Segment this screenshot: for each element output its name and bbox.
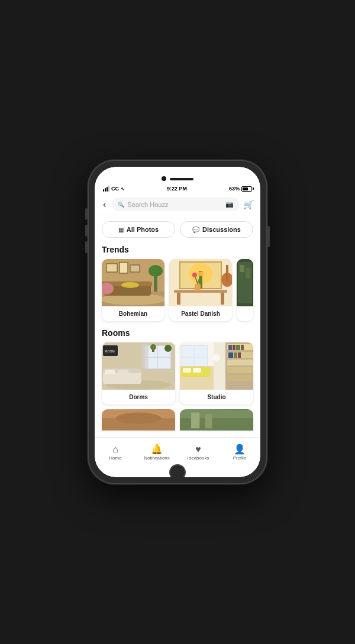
svg-rect-73 [180,418,253,430]
bohemian-label: Bohemian [102,306,164,321]
wifi-icon: ∿ [121,186,125,192]
tab-row: ▦ All Photos 💬 Discussions [95,215,260,242]
svg-rect-21 [195,284,201,291]
status-bar: CC ∿ 9:22 PM 63% [95,183,260,194]
volume-buttons [85,208,88,253]
ideabooks-label: Ideabooks [188,455,209,461]
cart-icon[interactable]: 🛒 [243,199,254,210]
bottom-nav: ⌂ Home 🔔 Notifications ♥ Ideabooks 👤 Pro… [95,437,260,468]
svg-rect-39 [118,370,128,374]
signal-icon [103,186,109,192]
svg-rect-57 [227,360,253,365]
studio-card[interactable]: Studio [180,342,253,404]
battery-percent: 63% [229,186,240,192]
search-icon: 🔍 [118,202,124,208]
rooms-cards: ROOM Dorms [102,342,253,404]
discussions-label: Discussions [202,226,241,233]
camera-dot [162,176,166,181]
svg-point-10 [149,265,163,277]
time-label: 9:22 PM [167,186,187,192]
svg-rect-52 [183,368,191,373]
battery-icon [241,186,252,192]
notch [95,167,260,183]
studio-label: Studio [180,390,253,404]
svg-rect-64 [228,352,233,358]
camera-icon[interactable]: 📷 [225,200,234,208]
svg-rect-29 [246,268,250,279]
svg-rect-6 [106,264,117,272]
svg-rect-63 [241,345,244,350]
main-content: ▦ All Photos 💬 Discussions Trends [95,215,260,437]
dorms-label: Dorms [102,390,175,404]
back-button[interactable]: ‹ [101,198,108,211]
svg-rect-17 [177,293,180,305]
svg-rect-53 [193,368,201,373]
svg-rect-38 [105,370,115,374]
svg-rect-16 [174,290,227,293]
svg-point-42 [164,345,172,352]
discussions-icon: 💬 [192,226,199,233]
pastel-danish-label: Pastel Danish [169,306,232,321]
all-photos-icon: ▦ [118,226,124,233]
ideabooks-icon: ♥ [195,445,201,454]
svg-rect-61 [233,345,235,350]
tab-all-photos[interactable]: ▦ All Photos [102,221,175,238]
svg-rect-60 [228,345,232,350]
svg-rect-59 [227,375,253,381]
phone-frame: CC ∿ 9:22 PM 63% ‹ 🔍 Search Houzz 📷 [89,161,266,483]
status-left: CC ∿ [103,186,125,192]
notifications-icon: 🔔 [151,445,163,454]
rooms-title: Rooms [102,328,253,338]
svg-rect-18 [221,293,224,305]
studio-image [180,342,253,390]
home-button[interactable] [169,464,186,477]
nav-notifications[interactable]: 🔔 Notifications [136,442,178,463]
svg-rect-8 [130,265,140,272]
bohemian-card[interactable]: Bohemian [102,259,164,321]
svg-text:ROOM: ROOM [105,349,115,353]
svg-rect-7 [120,263,128,273]
search-input[interactable]: Search Houzz [127,201,222,208]
nav-home[interactable]: ⌂ Home [95,442,136,463]
svg-rect-75 [205,414,212,428]
search-input-wrap[interactable]: 🔍 Search Houzz 📷 [112,198,240,211]
peek-card-1 [102,409,175,431]
partial-image [237,259,253,306]
speaker [170,178,193,180]
svg-rect-65 [234,352,237,358]
nav-profile[interactable]: 👤 Profile [219,442,260,463]
danish-image [169,259,232,306]
svg-rect-74 [191,413,199,429]
svg-point-24 [192,273,197,277]
profile-icon: 👤 [234,445,246,454]
svg-rect-66 [238,352,241,358]
carrier-label: CC [111,186,119,192]
notifications-label: Notifications [144,455,170,461]
svg-rect-58 [227,367,253,373]
trends-section: Trends [95,242,260,326]
pastel-danish-card[interactable]: Pastel Danish [169,259,232,321]
svg-rect-62 [236,345,240,350]
svg-rect-41 [152,349,154,352]
status-right: 63% [229,186,252,192]
trends-cards: Bohemian [102,259,253,321]
dorms-card[interactable]: ROOM Dorms [102,342,175,404]
home-icon: ⌂ [112,445,118,454]
phone-screen: CC ∿ 9:22 PM 63% ‹ 🔍 Search Houzz 📷 [95,167,260,477]
peek-image-2 [180,409,253,431]
all-photos-label: All Photos [127,226,159,233]
tab-discussions[interactable]: 💬 Discussions [180,221,253,238]
svg-rect-20 [226,265,228,281]
power-button [267,226,270,247]
third-trend-card-partial [237,259,253,321]
peek-card-2 [180,409,253,431]
bottom-peek [95,409,260,433]
home-indicator [95,468,260,477]
bohemian-image [102,259,164,306]
rooms-section: Rooms [95,326,260,409]
svg-point-25 [198,271,203,276]
nav-ideabooks[interactable]: ♥ Ideabooks [178,442,219,463]
svg-point-71 [116,413,161,424]
home-label: Home [109,455,121,461]
svg-rect-28 [240,265,244,272]
